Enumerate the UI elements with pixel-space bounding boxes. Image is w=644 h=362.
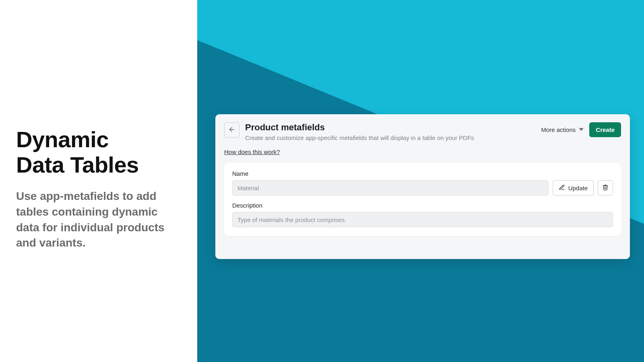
pencil-icon xyxy=(559,184,565,192)
caret-down-icon xyxy=(579,126,584,133)
spacer xyxy=(232,195,613,202)
create-button[interactable]: Create xyxy=(589,122,621,137)
description-input[interactable]: Type of materials the product comprises. xyxy=(232,212,613,227)
metafield-card: Name Material Update Descript xyxy=(224,163,621,236)
feature-subtext: Use app-metafields to add tables contain… xyxy=(16,189,181,251)
feature-title-line1: Dynamic xyxy=(16,127,109,152)
more-actions-dropdown[interactable]: More actions xyxy=(541,126,584,133)
title-wrap: Product metafields Create and customize … xyxy=(245,122,541,141)
app-header: Product metafields Create and customize … xyxy=(224,122,621,141)
delete-button[interactable] xyxy=(598,180,613,195)
name-label: Name xyxy=(232,170,613,177)
name-input-placeholder: Material xyxy=(237,185,259,191)
back-button[interactable] xyxy=(224,122,239,138)
description-input-placeholder: Type of materials the product comprises. xyxy=(237,216,346,223)
arrow-left-icon xyxy=(228,126,235,134)
description-row: Type of materials the product comprises. xyxy=(232,212,613,227)
update-button-label: Update xyxy=(568,185,588,191)
trash-icon xyxy=(602,184,609,192)
description-label: Description xyxy=(232,202,613,209)
name-row: Material Update xyxy=(232,180,613,195)
page-subtitle: Create and customize app-specific metafi… xyxy=(245,134,541,141)
how-does-this-work-link[interactable]: How does this work? xyxy=(224,148,280,155)
update-button[interactable]: Update xyxy=(553,180,594,195)
app-window: Product metafields Create and customize … xyxy=(215,114,630,259)
feature-title-line2: Data Tables xyxy=(16,152,139,177)
header-actions: More actions Create xyxy=(541,122,621,137)
name-input[interactable]: Material xyxy=(232,180,549,195)
more-actions-label: More actions xyxy=(541,126,576,133)
feature-title: Dynamic Data Tables xyxy=(16,127,181,177)
stage: Dynamic Data Tables Use app-metafields t… xyxy=(0,0,644,362)
page-title: Product metafields xyxy=(245,122,541,133)
left-panel: Dynamic Data Tables Use app-metafields t… xyxy=(0,0,197,362)
